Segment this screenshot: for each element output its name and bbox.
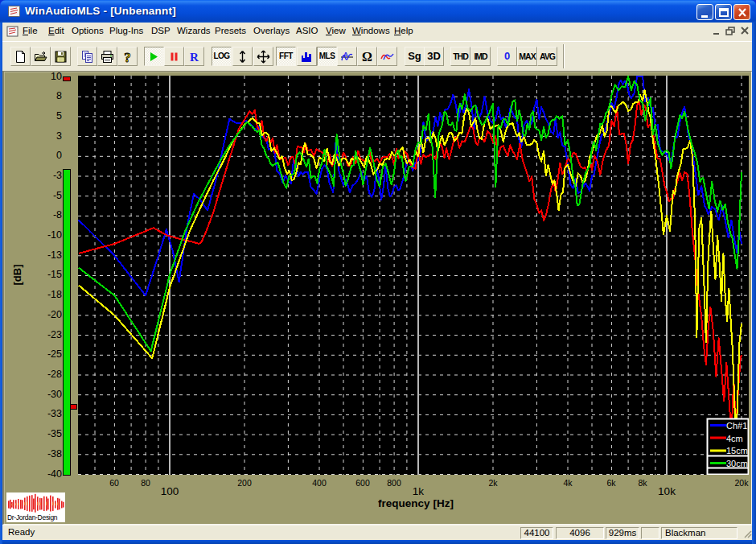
svg-text:30cm: 30cm	[726, 459, 748, 468]
svg-text:15cm: 15cm	[726, 446, 748, 455]
svg-text:Ch#1: Ch#1	[726, 421, 747, 431]
svg-text:4cm: 4cm	[726, 434, 743, 443]
